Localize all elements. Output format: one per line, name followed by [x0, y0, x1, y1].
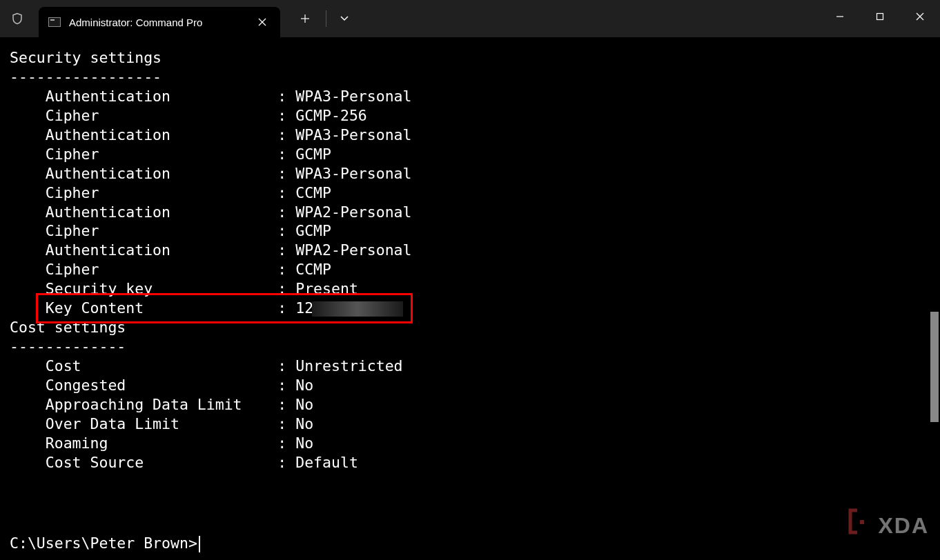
terminal-tab-icon	[48, 17, 61, 27]
close-button[interactable]	[900, 0, 940, 33]
watermark-bracket-icon	[845, 506, 875, 546]
cost-row: Cost : Unrestricted	[10, 357, 930, 376]
watermark-text: XDA	[878, 512, 929, 541]
cost-row: Congested : No	[10, 376, 930, 395]
cost-settings-header: Cost settings	[10, 318, 930, 337]
security-row: Authentication : WPA2-Personal	[10, 203, 930, 222]
divider: -----------------	[10, 68, 930, 87]
prompt-line: C:\Users\Peter Brown>	[10, 534, 200, 553]
title-bar: Administrator: Command Pro	[0, 0, 940, 37]
svg-rect-8	[860, 520, 864, 524]
security-row: Authentication : WPA3-Personal	[10, 164, 930, 183]
cost-row: Over Data Limit : No	[10, 414, 930, 434]
security-row: Cipher : CCMP	[10, 183, 930, 203]
divider	[326, 10, 326, 27]
tab-title: Administrator: Command Pro	[69, 17, 248, 28]
terminal-content[interactable]: Security settings----------------- Authe…	[0, 37, 940, 560]
redacted-value	[312, 301, 403, 317]
security-row: Cipher : GCMP	[10, 145, 930, 164]
window-controls	[820, 0, 940, 33]
prompt-text: C:\Users\Peter Brown>	[10, 534, 197, 552]
cost-row: Approaching Data Limit : No	[10, 395, 930, 414]
cost-row: Roaming : No	[10, 434, 930, 453]
minimize-button[interactable]	[820, 0, 860, 33]
security-row: Cipher : GCMP-256	[10, 106, 930, 126]
svg-rect-5	[877, 14, 883, 20]
maximize-button[interactable]	[860, 0, 900, 33]
security-row: Cipher : CCMP	[10, 260, 930, 279]
watermark: XDA	[845, 506, 929, 546]
security-row: Cipher : GCMP	[10, 221, 930, 241]
security-row: Authentication : WPA3-Personal	[10, 87, 930, 106]
shield-icon	[10, 10, 25, 28]
security-row: Security key : Present	[10, 279, 930, 299]
tab-dropdown-button[interactable]	[333, 5, 355, 32]
security-row: Authentication : WPA3-Personal	[10, 126, 930, 145]
active-tab[interactable]: Administrator: Command Pro	[39, 7, 280, 37]
scrollbar-thumb[interactable]	[930, 312, 939, 422]
security-row: Key Content : 12	[10, 299, 930, 318]
new-tab-button[interactable]	[291, 5, 319, 32]
security-settings-header: Security settings	[10, 48, 930, 68]
security-row: Authentication : WPA2-Personal	[10, 241, 930, 260]
tab-close-button[interactable]	[254, 14, 271, 30]
divider: -------------	[10, 337, 930, 357]
cost-row: Cost Source : Default	[10, 453, 930, 472]
cursor	[199, 536, 200, 552]
